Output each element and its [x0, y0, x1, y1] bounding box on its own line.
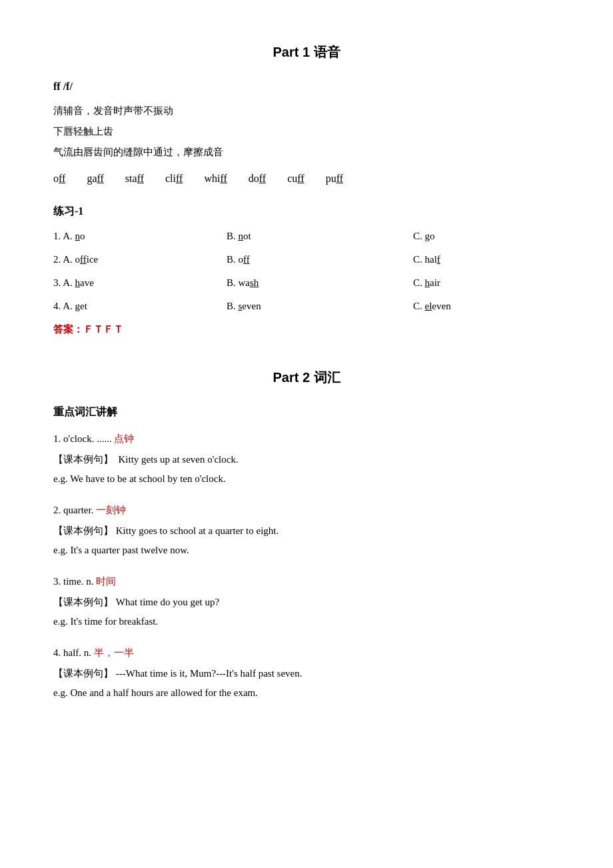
practice-row-1: 1. A. no B. not C. go [53, 227, 560, 245]
example2-line-4: e.g. One and a half hours are allowed fo… [53, 684, 560, 702]
underline-eleven: el [425, 301, 432, 311]
vocab-number-line-4: 4. half. n. 半，一半 [53, 644, 560, 662]
vocab-chinese-2: 一刻钟 [96, 505, 126, 515]
practice-col-c-4: C. eleven [413, 297, 560, 315]
part2-title: Part 2 词汇 [53, 365, 560, 389]
practice-col-b-1: B. not [227, 227, 413, 245]
vocab-number-line-1: 1. o'clock. ...... 点钟 [53, 430, 560, 448]
vocab-item-1: 1. o'clock. ...... 点钟 【课本例句】 Kitty gets … [53, 430, 560, 488]
vocab-number-line-2: 2. quarter. 一刻钟 [53, 501, 560, 519]
practice-col-c-2: C. half [413, 251, 560, 269]
practice-col-a-1: 1. A. no [53, 227, 227, 245]
example1-line-3: 【课本例句】 What time do you get up? [53, 593, 560, 611]
example1-text-3: What time do you get up? [116, 597, 219, 607]
vocab-item-3: 3. time. n. 时间 【课本例句】 What time do you g… [53, 573, 560, 631]
practice-col-c-1: C. go [413, 227, 560, 245]
word-doff: doff [249, 169, 266, 189]
ff-underline: ff [259, 173, 266, 184]
ff-underline: ff [97, 173, 103, 184]
part1-title: Part 1 语音 [53, 40, 560, 64]
vocab-chinese-4: 半，一半 [94, 647, 134, 658]
underline-have: h [75, 277, 81, 288]
underline-office: ff [80, 254, 87, 265]
practice-col-a-4: 4. A. get [53, 297, 227, 315]
vocab-word-2: quarter. [63, 505, 96, 515]
eg-label-2: e.g. It's a quarter past twelve now. [53, 545, 189, 555]
desc-line-2: 下唇轻触上齿 [53, 123, 560, 141]
example2-line-2: e.g. It's a quarter past twelve now. [53, 541, 560, 559]
underline-half: f [437, 254, 440, 265]
underline-seven: s [239, 301, 243, 311]
practice-col-a-3: 3. A. have [53, 274, 227, 292]
practice-row-3: 3. A. have B. wash C. hair [53, 274, 560, 292]
word-off: off [53, 169, 65, 189]
part2-section: Part 2 词汇 重点词汇讲解 1. o'clock. ...... 点钟 【… [53, 365, 560, 702]
answer-line: 答案：ＦＴＦＴ [53, 321, 560, 339]
word-whiff: whiff [204, 169, 227, 189]
word-cliff: cliff [165, 169, 183, 189]
eg-label-4: e.g. One and a half hours are allowed fo… [53, 687, 258, 698]
example2-line-1: e.g. We have to be at school by ten o'cl… [53, 470, 560, 488]
practice-col-b-4: B. seven [227, 297, 413, 315]
vocab-chinese-1: 点钟 [114, 433, 134, 444]
bracket-label-2: 【课本例句】 [53, 525, 113, 536]
example2-line-3: e.g. It's time for breakfast. [53, 613, 560, 631]
word-staff: staff [125, 169, 144, 189]
word-gaff: gaff [87, 169, 103, 189]
ff-underline: ff [137, 173, 144, 184]
practice-row-2: 2. A. office B. off C. half [53, 251, 560, 269]
vocab-word-4: half. n. [63, 647, 94, 658]
word-row: off gaff staff cliff whiff doff cuff puf… [53, 169, 560, 189]
ff-underline: ff [220, 173, 227, 184]
underline-no: n [75, 231, 81, 241]
vocab-dots-1: ...... [97, 433, 112, 444]
practice-col-c-3: C. hair [413, 274, 560, 292]
underline-go: g [425, 231, 430, 241]
bracket-label-4: 【课本例句】 [53, 668, 113, 679]
word-cuff: cuff [287, 169, 304, 189]
example1-text-4: ---What time is it, Mum?---It's half pas… [116, 668, 303, 679]
vocab-word-3: time. n. [63, 576, 96, 587]
example1-line-2: 【课本例句】 Kitty goes to school at a quarter… [53, 522, 560, 540]
vocab-item-4: 4. half. n. 半，一半 【课本例句】 ---What time is … [53, 644, 560, 702]
example1-text-1: Kitty gets up at seven o'clock. [116, 454, 239, 465]
practice-col-b-2: B. off [227, 251, 413, 269]
practice-section: 练习-1 1. A. no B. not C. go 2. A. office … [53, 202, 560, 339]
underline-not: n [239, 231, 244, 241]
example1-text-2: Kitty goes to school at a quarter to eig… [116, 525, 279, 536]
example1-line-4: 【课本例句】 ---What time is it, Mum?---It's h… [53, 665, 560, 683]
eg-label-1: e.g. We have to be at school by ten o'cl… [53, 473, 226, 484]
ff-underline: ff [59, 173, 65, 184]
vocab-chinese-3: 时间 [96, 576, 116, 587]
underline-hair: h [425, 277, 430, 288]
vocab-word-1: o'clock. [63, 433, 97, 444]
part1-section: Part 1 语音 ff /f/ 清辅音，发音时声带不振动 下唇轻触上齿 气流由… [53, 40, 560, 339]
vocab-heading: 重点词汇讲解 [53, 403, 560, 422]
example1-line-1: 【课本例句】 Kitty gets up at seven o'clock. [53, 451, 560, 469]
vocab-num-1: 1. [53, 433, 63, 444]
underline-get: g [75, 301, 81, 311]
vocab-num-4: 4. [53, 647, 63, 658]
vocab-num-3: 3. [53, 576, 63, 587]
vocab-item-2: 2. quarter. 一刻钟 【课本例句】 Kitty goes to sch… [53, 501, 560, 559]
ff-underline: ff [176, 173, 183, 184]
bracket-label-3: 【课本例句】 [53, 597, 113, 607]
phonics-label: ff /f/ [53, 77, 560, 97]
practice-title: 练习-1 [53, 202, 560, 221]
desc-line-3: 气流由唇齿间的缝隙中通过，摩擦成音 [53, 143, 560, 161]
bracket-label-1: 【课本例句】 [53, 454, 113, 465]
eg-label-3: e.g. It's time for breakfast. [53, 616, 158, 627]
underline-wash: sh [250, 277, 259, 288]
vocab-num-2: 2. [53, 505, 63, 515]
word-puff: puff [326, 169, 343, 189]
practice-col-a-2: 2. A. office [53, 251, 227, 269]
vocab-number-line-3: 3. time. n. 时间 [53, 573, 560, 591]
ff-underline: ff [297, 173, 304, 184]
desc-line-1: 清辅音，发音时声带不振动 [53, 102, 560, 120]
practice-row-4: 4. A. get B. seven C. eleven [53, 297, 560, 315]
underline-off: ff [243, 254, 250, 265]
practice-col-b-3: B. wash [227, 274, 413, 292]
ff-underline: ff [336, 173, 343, 184]
